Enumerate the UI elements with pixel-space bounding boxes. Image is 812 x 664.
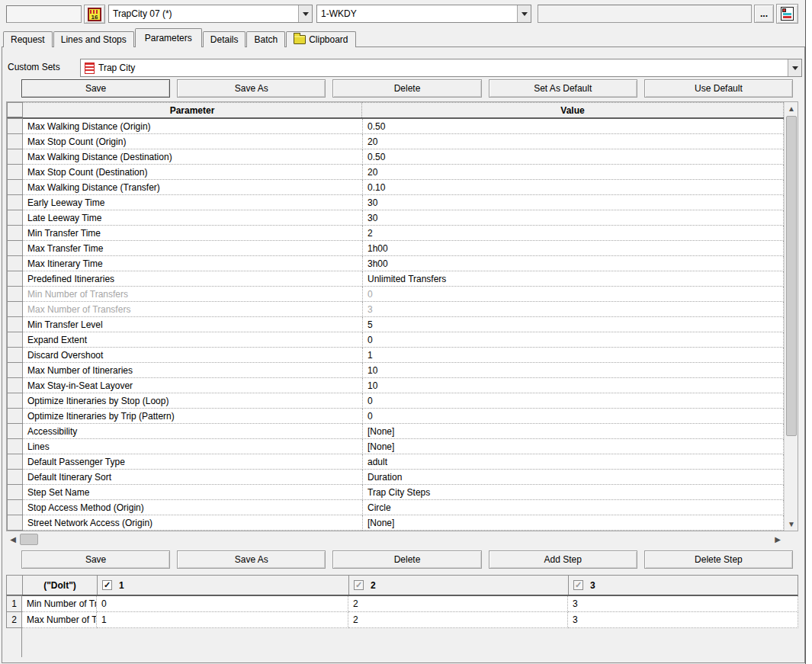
row-selector[interactable] (7, 118, 23, 134)
row-selector[interactable] (7, 408, 23, 424)
chevron-down-icon[interactable] (788, 59, 801, 76)
row-selector[interactable] (7, 179, 23, 195)
parameter-value-cell[interactable]: adult (362, 454, 784, 470)
row-selector[interactable] (7, 393, 23, 409)
step-row-label-cell[interactable]: Min Number of Tran (22, 596, 97, 612)
parameter-name-cell[interactable]: Max Transfer Time (23, 241, 362, 256)
row-selector[interactable] (7, 316, 23, 332)
use-default-button[interactable]: Use Default (644, 79, 793, 98)
parameter-name-cell[interactable]: Expand Extent (23, 332, 362, 348)
parameter-name-cell[interactable]: Stop Access Method (Origin) (23, 500, 362, 515)
tab-lines-and-stops[interactable]: Lines and Stops (53, 31, 134, 47)
parameter-name-cell[interactable]: Predefined Itineraries (23, 271, 362, 287)
row-selector[interactable] (7, 454, 23, 470)
parameter-value-cell[interactable]: 30 (362, 210, 784, 226)
step-value-cell[interactable]: 3 (568, 596, 798, 612)
parameter-name-cell[interactable]: Late Leeway Time (23, 210, 362, 226)
parameter-name-cell[interactable]: Max Number of Transfers (23, 302, 362, 317)
parameter-name-cell[interactable]: Discard Overshoot (23, 348, 362, 363)
calendar-button[interactable]: 16 (84, 5, 105, 24)
row-selector[interactable] (7, 271, 23, 287)
scroll-left-icon[interactable]: ◀ (6, 533, 20, 546)
parameter-value-cell[interactable]: 1 (362, 348, 784, 363)
parameter-value-cell[interactable]: 0.50 (362, 149, 784, 165)
parameter-name-cell[interactable]: Max Stay-in-Seat Layover (23, 378, 362, 393)
scenario-combo[interactable]: TrapCity 07 (*) (108, 5, 313, 23)
row-selector[interactable] (7, 210, 23, 226)
step-value-cell[interactable]: 3 (568, 612, 798, 628)
set-as-default-button[interactable]: Set As Default (489, 79, 637, 98)
tab-details[interactable]: Details (203, 31, 246, 47)
parameter-name-cell[interactable]: Max Walking Distance (Destination) (23, 149, 362, 165)
add-step-button[interactable]: Add Step (489, 550, 637, 569)
parameter-name-cell[interactable]: Optimize Itineraries by Trip (Pattern) (23, 409, 362, 424)
chevron-down-icon[interactable] (298, 5, 312, 22)
delete-button[interactable]: Delete (332, 550, 481, 569)
parameter-name-cell[interactable]: Max Number of Itineraries (23, 363, 362, 378)
tab-batch[interactable]: Batch (246, 31, 285, 47)
tab-clipboard[interactable]: Clipboard (286, 31, 355, 47)
parameter-name-cell[interactable]: Max Walking Distance (Transfer) (23, 180, 362, 195)
parameter-name-cell[interactable]: Early Leeway Time (23, 195, 362, 210)
row-selector[interactable] (7, 240, 23, 256)
scroll-up-icon[interactable]: ▲ (785, 102, 798, 115)
parameter-value-cell[interactable]: 2 (362, 226, 784, 241)
step-value-cell[interactable]: 2 (348, 612, 568, 628)
step-value-cell[interactable]: 1 (97, 612, 348, 628)
checkbox-icon[interactable]: ✓ (102, 580, 112, 590)
parameter-value-cell[interactable]: 0 (362, 287, 784, 302)
toolbar-empty-field[interactable] (6, 5, 82, 23)
vertical-scroll-thumb[interactable] (786, 116, 797, 436)
row-selector[interactable] (7, 347, 23, 363)
parameter-name-cell[interactable]: Default Passenger Type (23, 454, 362, 470)
row-selector[interactable] (7, 286, 23, 302)
row-selector[interactable] (7, 255, 23, 271)
parameter-value-cell[interactable]: 10 (362, 363, 784, 378)
row-selector[interactable] (7, 423, 23, 439)
row-selector[interactable] (7, 438, 23, 454)
parameter-value-cell[interactable]: 20 (362, 134, 784, 149)
parameter-value-cell[interactable]: 1h00 (362, 241, 784, 256)
parameter-value-cell[interactable]: [None] (362, 424, 784, 439)
parameter-value-cell[interactable]: 3 (362, 302, 784, 317)
parameter-name-cell[interactable]: Optimize Itineraries by Stop (Loop) (23, 393, 362, 409)
vertical-scrollbar[interactable]: ▲ ▼ (784, 102, 798, 531)
parameter-value-cell[interactable]: 0.50 (362, 119, 784, 134)
parameter-name-cell[interactable]: Min Number of Transfers (23, 287, 362, 302)
parameter-value-cell[interactable]: Duration (362, 470, 784, 485)
checkbox-icon[interactable]: ✓ (354, 580, 364, 590)
parameter-name-cell[interactable]: Lines (23, 439, 362, 454)
save-as-button[interactable]: Save As (177, 550, 326, 569)
parameter-name-cell[interactable]: Max Stop Count (Origin) (23, 134, 362, 149)
step-value-cell[interactable]: 2 (348, 596, 568, 612)
parameter-name-cell[interactable]: Accessibility (23, 424, 362, 439)
delete-button[interactable]: Delete (332, 79, 481, 98)
save-button[interactable]: Save (21, 79, 170, 98)
parameter-value-cell[interactable]: 0 (362, 332, 784, 348)
transit-schedule-button[interactable] (776, 4, 798, 24)
row-selector[interactable] (7, 469, 23, 485)
column-header-parameter[interactable]: Parameter (23, 102, 362, 117)
parameter-value-cell[interactable]: Trap City Steps (362, 485, 784, 500)
parameter-value-cell[interactable]: 0 (362, 393, 784, 409)
parameter-name-cell[interactable]: Max Stop Count (Destination) (23, 165, 362, 180)
parameter-value-cell[interactable]: [None] (362, 439, 784, 454)
step-column-header-1[interactable]: ✓1 (98, 576, 349, 595)
row-selector[interactable] (7, 499, 23, 515)
parameter-value-cell[interactable]: 3h00 (362, 256, 784, 271)
column-header-value[interactable]: Value (362, 102, 784, 117)
step-row-label-cell[interactable]: Max Number of Tra (22, 612, 97, 628)
row-selector[interactable] (7, 164, 23, 180)
step-column-header-3[interactable]: ✓3 (569, 576, 798, 595)
parameter-value-cell[interactable]: 10 (362, 378, 784, 393)
row-selector[interactable] (7, 225, 23, 241)
row-selector[interactable] (7, 484, 23, 500)
delete-step-button[interactable]: Delete Step (644, 550, 793, 569)
browse-ellipsis-button[interactable]: ... (754, 5, 774, 23)
parameter-value-cell[interactable]: 5 (362, 317, 784, 332)
checkbox-icon[interactable]: ✓ (573, 580, 583, 590)
step-column-header-2[interactable]: ✓2 (349, 576, 569, 595)
save-button[interactable]: Save (21, 550, 170, 569)
row-selector[interactable] (7, 515, 23, 531)
parameter-value-cell[interactable]: 20 (362, 165, 784, 180)
